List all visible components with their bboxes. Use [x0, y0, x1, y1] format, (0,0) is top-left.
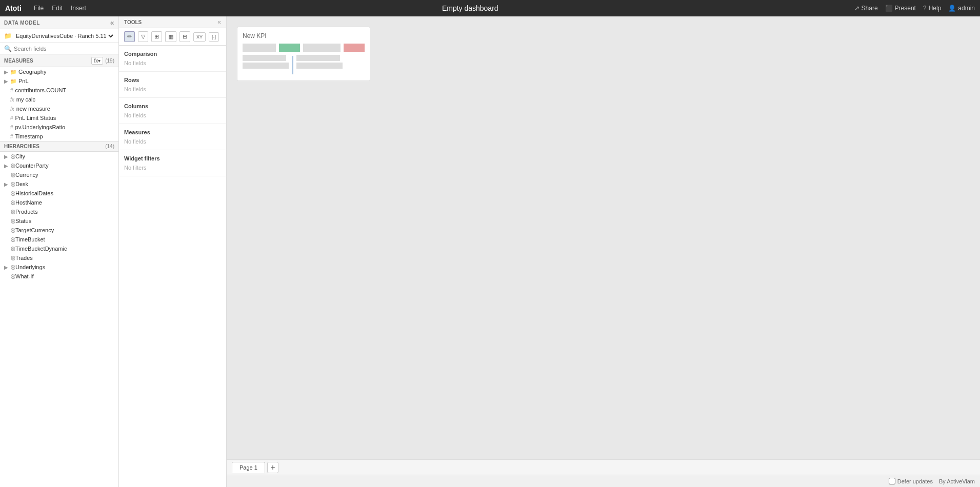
menu-bar: Atoti File Edit Insert Empty dashboard ↗…	[0, 0, 980, 16]
hierarchy-item-currency[interactable]: ▶ ⛓ Currency	[0, 170, 118, 179]
hierarchy-icon: ⛓	[10, 265, 15, 270]
kpi-title: New KPI	[243, 32, 365, 39]
search-icon: 🔍	[4, 45, 12, 52]
measures-header-right: fx▾ (19)	[91, 57, 114, 65]
fx-button[interactable]: fx▾	[91, 57, 103, 65]
kpi-bar-gray-6	[296, 63, 343, 69]
hierarchy-trades-label: Trades	[15, 255, 33, 261]
data-model-label: DATA MODEL	[4, 20, 40, 26]
measure-pnllimit-label: PnL Limit Status	[15, 115, 56, 121]
measure-item-newmeasure[interactable]: ▶ fx new measure	[0, 104, 118, 113]
dashboard-content: New KPI	[227, 16, 980, 459]
data-model-collapse-button[interactable]: «	[110, 18, 114, 27]
measure-item-geography[interactable]: ▶ 📁 Geography	[0, 67, 118, 76]
range-button[interactable]: [-]	[209, 32, 219, 42]
page-tab-1[interactable]: Page 1	[232, 462, 265, 473]
left-panel: DATA MODEL « 📁 EquityDerivativesCube · R…	[0, 16, 119, 487]
data-model-header: DATA MODEL «	[0, 16, 118, 29]
hierarchy-item-underlyings[interactable]: ▶ ⛓ Underlyings	[0, 262, 118, 272]
hierarchy-counterparty-label: CounterParty	[15, 163, 49, 169]
measures-count: (19)	[105, 58, 114, 64]
measure-item-pnl[interactable]: ▶ 📁 PnL	[0, 76, 118, 86]
hierarchy-item-timebucketdynamic[interactable]: ▶ ⛓ TimeBucketDynamic	[0, 244, 118, 253]
dashboard-title: Empty dashboard	[94, 4, 846, 12]
bar-chart-button[interactable]: ▦	[165, 31, 176, 42]
hierarchy-item-city[interactable]: ▶ ⛓ City	[0, 152, 118, 161]
comparison-empty: No fields	[124, 60, 221, 66]
xy-chart-button[interactable]: XY	[193, 32, 206, 42]
page-tabs-bar: Page 1 +	[227, 459, 980, 475]
hierarchy-item-status[interactable]: ▶ ⛓ Status	[0, 216, 118, 226]
tools-collapse-button[interactable]: «	[217, 18, 221, 26]
hierarchy-icon: ⛓	[10, 209, 15, 215]
hierarchy-item-historicaldates[interactable]: ▶ ⛓ HistoricalDates	[0, 189, 118, 198]
cube-dropdown[interactable]: EquityDerivativesCube · Ranch 5.11	[14, 32, 115, 39]
hierarchy-item-whatif[interactable]: ▶ ⛓ What-If	[0, 272, 118, 281]
rows-section: Rows No fields	[119, 72, 226, 98]
kpi-card[interactable]: New KPI	[237, 27, 370, 81]
kpi-bar-gray-5	[296, 55, 340, 61]
hierarchy-item-products[interactable]: ▶ ⛓ Products	[0, 207, 118, 216]
measure-mycalc-label: my calc	[16, 96, 35, 103]
edit-chart-button[interactable]: ✏	[124, 31, 135, 42]
menu-file[interactable]: File	[34, 5, 44, 12]
hash-icon: #	[10, 115, 13, 121]
hierarchy-icon: ⛓	[10, 181, 15, 187]
hierarchy-timebucket-label: TimeBucket	[15, 236, 45, 242]
measure-newmeasure-label: new measure	[16, 106, 50, 112]
help-icon: ?	[923, 5, 927, 12]
dashboard-panel: New KPI	[227, 16, 980, 487]
measure-timestamp-label: Timestamp	[15, 133, 43, 139]
hierarchy-timebucketdynamic-label: TimeBucketDynamic	[15, 246, 67, 252]
user-button[interactable]: 👤 admin	[948, 5, 975, 12]
hierarchy-item-counterparty[interactable]: ▶ ⛓ CounterParty	[0, 161, 118, 170]
present-button[interactable]: ⬛ Present	[885, 5, 916, 12]
menu-insert[interactable]: Insert	[71, 5, 86, 12]
defer-updates-checkbox[interactable]	[889, 478, 895, 484]
table-button[interactable]: ⊟	[179, 31, 190, 42]
share-button[interactable]: ↗ Share	[854, 5, 878, 12]
hierarchy-item-desk[interactable]: ▶ ⛓ Desk	[0, 179, 118, 189]
kpi-right-col	[296, 55, 343, 75]
hierarchy-item-hostname[interactable]: ▶ ⛓ HostName	[0, 198, 118, 207]
menu-edit[interactable]: Edit	[52, 5, 63, 12]
hierarchy-icon: ⛓	[10, 255, 15, 261]
hierarchy-item-trades[interactable]: ▶ ⛓ Trades	[0, 253, 118, 262]
measures-tools-empty: No fields	[124, 138, 221, 145]
tools-label: TOOLS	[124, 19, 142, 25]
measure-item-timestamp[interactable]: ▶ # Timestamp	[0, 132, 118, 141]
brand-item: By ActiveViam	[939, 478, 975, 484]
expand-icon: ▶	[4, 163, 9, 169]
tools-header: TOOLS «	[119, 16, 226, 28]
hierarchy-icon: ⛓	[10, 228, 15, 233]
chart-type-toolbar: ✏ ▽ ⊞ ▦ ⊟ XY [-]	[119, 28, 226, 46]
layout-button[interactable]: ⊞	[151, 31, 162, 42]
rows-label: Rows	[124, 77, 221, 83]
hierarchy-currency-label: Currency	[15, 172, 38, 178]
comparison-label: Comparison	[124, 51, 221, 57]
measure-item-pvunderlyings[interactable]: ▶ # pv.UnderlyingsRatio	[0, 123, 118, 132]
search-input[interactable]	[14, 46, 114, 52]
measures-section: MEASURES fx▾ (19) ▶ 📁 Geography ▶ 📁 PnL …	[0, 55, 118, 141]
measure-geography-label: Geography	[18, 69, 46, 75]
add-page-button[interactable]: +	[267, 462, 278, 473]
measure-item-pnllimit[interactable]: ▶ # PnL Limit Status	[0, 113, 118, 123]
rows-empty: No fields	[124, 86, 221, 92]
columns-empty: No fields	[124, 112, 221, 118]
cube-selector[interactable]: 📁 EquityDerivativesCube · Ranch 5.11	[0, 29, 118, 43]
widget-filters-empty: No filters	[124, 165, 221, 171]
hierarchy-item-timebucket[interactable]: ▶ ⛓ TimeBucket	[0, 235, 118, 244]
folder-icon: 📁	[10, 69, 16, 75]
kpi-bar-gray-4	[243, 63, 289, 69]
columns-label: Columns	[124, 103, 221, 109]
expand-icon: ▶	[4, 69, 9, 75]
measure-pvunderlyings-label: pv.UnderlyingsRatio	[15, 124, 66, 130]
measure-item-mycalc[interactable]: ▶ fx my calc	[0, 95, 118, 104]
measure-item-contributors[interactable]: ▶ # contributors.COUNT	[0, 86, 118, 95]
bottom-bar: Defer updates By ActiveViam	[227, 475, 980, 487]
kpi-bar-red	[344, 44, 365, 52]
filter-button[interactable]: ▽	[138, 31, 148, 42]
hierarchy-item-targetcurrency[interactable]: ▶ ⛓ TargetCurrency	[0, 226, 118, 235]
measures-label: MEASURES	[4, 58, 33, 64]
help-button[interactable]: ? Help	[923, 5, 941, 12]
